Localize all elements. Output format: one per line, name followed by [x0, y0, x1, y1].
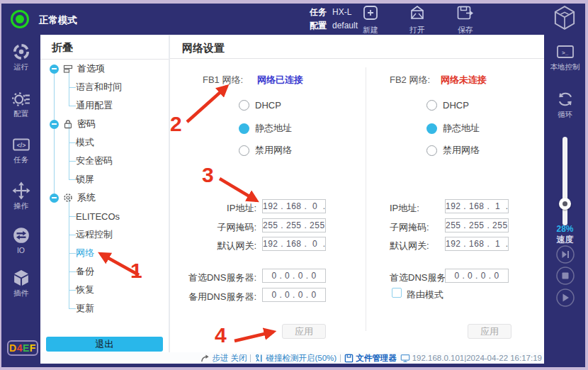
fb2-mask-input[interactable] [445, 218, 509, 232]
fb2-radio-disable[interactable]: 禁用网络 [426, 145, 480, 156]
svg-text:</>: </> [16, 142, 26, 149]
collision-detection-status[interactable]: 碰撞检测开启(50%) [254, 353, 337, 364]
tree-node-restore[interactable]: 恢复 [40, 281, 169, 299]
terminal-icon: >_ [555, 44, 575, 61]
fb1-mask-input[interactable] [262, 218, 326, 232]
fb2-gateway-input[interactable] [445, 237, 509, 251]
step-forward-button[interactable] [556, 245, 575, 264]
radio-unselected-icon[interactable] [426, 145, 437, 156]
svg-text:>_: >_ [562, 50, 569, 56]
route-mode-label: 路由模式 [407, 288, 493, 301]
tree-node-security-password[interactable]: 安全密码 [40, 152, 169, 170]
open-button[interactable]: 打开 [401, 4, 434, 35]
collapse-minus-icon[interactable] [50, 120, 59, 129]
tree-node-system[interactable]: 系统 [40, 189, 169, 207]
tree-node-general-config[interactable]: 通用配置 [40, 96, 169, 115]
file-manager-icon [344, 354, 354, 363]
local-control-item[interactable]: >_ 本地控制 [545, 44, 585, 72]
sidebar-item-operate[interactable]: 操作 [1, 181, 40, 211]
sidebar-label-plugin: 插件 [1, 288, 40, 298]
fb1-radio-dhcp[interactable]: DHCP [239, 99, 281, 111]
speed-slider-track[interactable] [562, 137, 567, 225]
fb2-radio-static[interactable]: 静态地址 [426, 123, 480, 134]
new-button[interactable]: 新建 [354, 4, 387, 35]
page-title: 网络设置 [182, 42, 225, 55]
tree-node-mode[interactable]: 模式 [40, 133, 169, 152]
safety-checksum-badge[interactable]: D4EF [7, 340, 38, 356]
badge-char: F [30, 342, 36, 354]
sidebar-label-configure: 配置 [1, 109, 40, 119]
sidebar-label-task: 任务 [1, 155, 40, 165]
speed-slider-thumb[interactable] [559, 198, 571, 210]
tree-node-preferences[interactable]: 首选项 [40, 60, 169, 78]
sidebar-item-configure[interactable]: 配置 [1, 89, 40, 119]
radio-unselected-icon[interactable] [239, 145, 249, 156]
save-button[interactable]: 保存 [449, 4, 482, 35]
tree-node-remote-control[interactable]: 远程控制 [40, 225, 169, 244]
tree-collapse-header[interactable]: 折叠 [40, 35, 169, 60]
sidebar-item-run[interactable]: 运行 [1, 43, 40, 72]
sidebar-item-io[interactable]: IO [1, 226, 40, 254]
sidebar-item-plugin[interactable]: 插件 [1, 269, 40, 298]
tree-node-language-time[interactable]: 语言和时间 [40, 78, 169, 96]
collapse-minus-icon[interactable] [50, 194, 59, 203]
sidebar-label-run: 运行 [1, 62, 40, 72]
fb1-dns2-input[interactable] [262, 288, 326, 302]
fb2-ip-input[interactable] [445, 199, 509, 213]
play-icon [556, 288, 575, 307]
tree-node-elitecos[interactable]: ELITECOs [40, 207, 169, 225]
tree-node-network-selected[interactable]: 网络 [40, 244, 169, 262]
radio-selected-icon[interactable] [426, 123, 437, 134]
task-row: 任务HX-L [310, 6, 351, 18]
radio-selected-icon[interactable] [239, 123, 249, 134]
sidebar-label-operate: 操作 [1, 201, 40, 211]
brand-logo [552, 5, 577, 33]
step-mode-status[interactable]: 步进 关闭 [200, 353, 247, 364]
stop-icon [556, 267, 575, 285]
collapse-minus-icon[interactable] [50, 65, 59, 74]
tree-node-lock-screen[interactable]: 锁屏 [40, 170, 169, 189]
fb2-network-status: 网络未连接 [441, 74, 487, 86]
fb1-gateway-input[interactable] [262, 237, 326, 251]
tree-node-label: 首选项 [77, 62, 105, 75]
fb1-dns2-label: 备用DNS服务器: [170, 291, 256, 303]
fb1-radio-static[interactable]: 静态地址 [239, 123, 292, 134]
network-datetime-status[interactable]: 192.168.0.101|2024-04-22 16:17:19 [400, 354, 542, 363]
file-manager-button[interactable]: 文件管理器 [344, 353, 397, 364]
fb1-radio-disable[interactable]: 禁用网络 [239, 145, 292, 156]
step-forward-icon [556, 245, 575, 264]
task-label: 任务 [310, 7, 327, 17]
robot-controller-window: 正常模式 任务HX-L 配置default 新建 打开 保存 [0, 0, 588, 370]
io-exchange-icon [12, 226, 30, 245]
tree-node-update[interactable]: 更新 [40, 299, 169, 318]
mode-label: 正常模式 [39, 14, 77, 27]
fb2-radio-dhcp[interactable]: DHCP [426, 99, 469, 111]
fb2-dns1-input[interactable] [445, 269, 509, 283]
radio-unselected-icon[interactable] [426, 100, 437, 111]
fb2-apply-button[interactable]: 应用 [468, 324, 511, 339]
fb1-network-status: 网络已连接 [257, 74, 303, 86]
network-settings-panel: 网络设置 FB1 网络: 网络已连接 DHCP 静态地址 禁用网络 IP地址: … [170, 35, 544, 352]
mode-indicator-icon[interactable] [11, 10, 29, 28]
lock-icon [63, 119, 73, 129]
fb1-ip-label: IP地址: [170, 202, 256, 215]
radio-unselected-icon[interactable] [239, 100, 249, 111]
local-control-label: 本地控制 [545, 62, 585, 72]
play-button[interactable] [556, 288, 575, 307]
fb1-apply-button[interactable]: 应用 [282, 324, 326, 339]
fb1-dns1-input[interactable] [262, 269, 326, 283]
separator [340, 354, 341, 362]
fb1-ip-input[interactable] [262, 199, 326, 213]
loop-item[interactable]: 循环 [545, 90, 585, 120]
code-icon: </> [12, 135, 30, 154]
badge-char: 4 [17, 342, 23, 354]
exit-button[interactable]: 退出 [46, 337, 163, 352]
sidebar-item-task[interactable]: </> 任务 [1, 135, 40, 165]
tree-node-password[interactable]: 密码 [40, 115, 169, 133]
tree-node-backup[interactable]: 备份 [40, 262, 169, 281]
speed-label: 速度 [545, 234, 585, 246]
collision-icon [254, 354, 264, 363]
stop-button[interactable] [556, 267, 575, 285]
monitor-icon [400, 354, 410, 363]
route-mode-checkbox[interactable] [392, 288, 402, 298]
